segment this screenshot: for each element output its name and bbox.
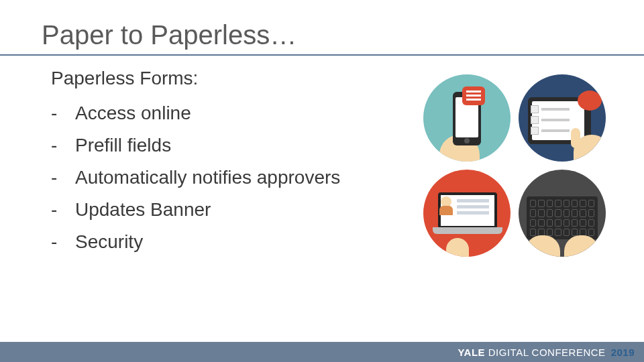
bullet-text: Prefill fields bbox=[75, 135, 171, 156]
footer-brand-strong: YALE bbox=[458, 347, 485, 358]
bullet-text: Updates Banner bbox=[75, 199, 211, 221]
list-item: - Updates Banner bbox=[51, 194, 417, 226]
slide-title: Paper to Paperless… bbox=[42, 20, 644, 50]
bullet-dash: - bbox=[51, 103, 75, 124]
list-item: - Prefill fields bbox=[51, 129, 417, 162]
list-item: - Automatically notifies approvers bbox=[51, 162, 417, 194]
phone-chat-icon bbox=[423, 74, 511, 162]
subheading: Paperless Forms: bbox=[51, 68, 417, 89]
bullet-text: Security bbox=[75, 231, 143, 253]
keyboard-typing-icon bbox=[519, 170, 606, 257]
tablet-touch-icon bbox=[519, 74, 606, 162]
bullet-text: Automatically notifies approvers bbox=[75, 167, 340, 188]
bullet-dash: - bbox=[51, 231, 75, 253]
footer-bar: YALE DIGITAL CONFERENCE 2019 bbox=[0, 342, 644, 362]
illustration-grid bbox=[417, 68, 644, 258]
footer-brand-rest: DIGITAL CONFERENCE bbox=[485, 347, 606, 358]
footer-year: 2019 bbox=[611, 347, 635, 358]
list-item: - Security bbox=[51, 226, 417, 258]
bullet-dash: - bbox=[51, 167, 75, 188]
laptop-profile-icon bbox=[423, 170, 511, 257]
bullet-text: Access online bbox=[75, 103, 191, 124]
list-item: - Access online bbox=[51, 97, 417, 129]
footer-brand: YALE DIGITAL CONFERENCE bbox=[458, 347, 605, 358]
bullet-dash: - bbox=[51, 135, 75, 156]
bullet-dash: - bbox=[51, 199, 75, 221]
